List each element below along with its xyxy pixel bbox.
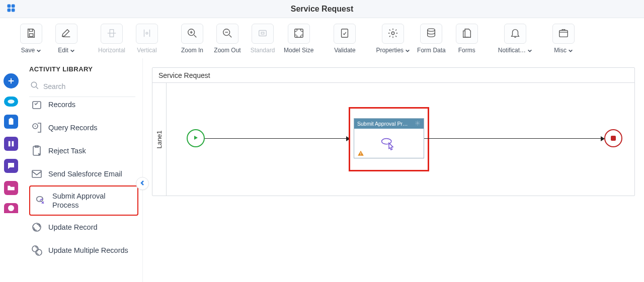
activity-item-update-record[interactable]: Update Record [29,216,137,239]
svg-rect-18 [10,118,13,120]
svg-rect-9 [259,30,267,36]
sequence-flow-2[interactable] [424,138,604,139]
save-button[interactable]: Save [15,24,47,54]
model-size-icon [293,28,304,40]
end-event-node[interactable] [604,129,622,147]
misc-button[interactable]: Misc [547,24,580,54]
gear-icon [387,28,398,40]
canvas-header[interactable]: Service Request [152,68,634,83]
rail-columns-icon[interactable] [4,137,18,151]
align-vertical-button[interactable]: Vertical [131,24,163,54]
form-data-button[interactable]: Form Data [415,24,448,54]
apps-menu-button[interactable] [0,0,22,18]
svg-rect-23 [33,102,41,109]
chevron-down-icon [568,48,573,53]
svg-rect-0 [8,5,11,8]
forms-button[interactable]: Forms [451,24,483,54]
chevron-down-icon [527,48,532,53]
notifications-button[interactable]: Notificat… [496,24,534,54]
email-icon [30,167,43,180]
svg-marker-29 [194,136,198,140]
lane-header[interactable]: Lane1 [152,83,167,196]
save-icon [26,28,37,40]
titlebar: Service Request [0,0,644,18]
svg-rect-1 [12,5,15,8]
chevron-down-icon [405,48,410,53]
start-event-node[interactable] [187,129,205,147]
activity-item-update-multiple-records[interactable]: Update Multiple Records [29,239,137,262]
svg-point-31 [382,139,391,144]
flow-lane[interactable]: Submit Approval Proc... [167,83,634,196]
zoom-in-button[interactable]: Zoom In [176,24,208,54]
svg-rect-3 [12,9,15,12]
collapse-library-button[interactable] [136,177,149,190]
edit-icon [61,28,72,40]
rail-clipboard-icon[interactable] [4,115,18,129]
folder-icon [558,28,569,40]
cursor-click-icon [381,137,397,151]
activity-search[interactable] [29,78,135,97]
rail-misc-icon[interactable] [4,203,18,213]
svg-point-6 [146,32,148,34]
submit-approval-task-node[interactable]: Submit Approval Proc... [354,118,424,158]
svg-point-13 [391,32,394,35]
model-size-button[interactable]: Model Size [282,24,315,54]
properties-button[interactable]: Properties [374,24,412,54]
activity-item-submit-approval-process[interactable]: Submit Approval Process [29,185,138,216]
forms-icon [461,28,472,40]
lane-label: Lane1 [155,130,163,148]
apps-grid-icon [6,3,16,15]
activity-item-records[interactable]: Records [29,97,137,116]
canvas-area: Service Request Lane1 Submit Approval Pr… [143,58,644,282]
svg-rect-12 [342,29,348,37]
zoom-out-button[interactable]: Zoom Out [211,24,244,54]
activity-item-reject-task[interactable]: Reject Task [29,139,137,162]
svg-rect-20 [12,141,14,147]
validate-button[interactable]: Validate [329,24,361,54]
rail-chat-icon[interactable] [4,159,18,173]
svg-point-21 [8,205,14,211]
activity-search-input[interactable] [43,82,132,90]
svg-rect-25 [32,170,41,177]
gear-icon[interactable] [415,120,421,127]
process-canvas[interactable]: Service Request Lane1 Submit Approval Pr… [152,67,635,196]
align-horizontal-icon [106,28,117,40]
search-icon [30,81,39,91]
svg-point-22 [31,82,37,87]
svg-rect-33 [360,154,361,155]
activity-item-query-records[interactable]: Query Records [29,116,137,139]
activity-library-panel: ACTIVITY LIBRARY Records Query Records R… [22,58,143,282]
validate-icon [339,28,350,40]
svg-rect-19 [9,141,11,147]
sequence-flow-1[interactable] [205,138,350,139]
chevron-down-icon [70,48,75,53]
task-title: Submit Approval Proc... [357,121,410,127]
records-icon [30,98,43,111]
activity-library-title: ACTIVITY LIBRARY [29,65,142,78]
toolbar: Save Edit Horizontal Vertical Zoom In Zo… [0,18,644,58]
stop-icon [611,136,616,141]
rail-add-button[interactable] [4,73,19,88]
svg-rect-2 [8,9,11,12]
svg-point-16 [8,100,14,104]
reject-task-icon [30,144,43,157]
svg-point-14 [428,28,435,31]
fit-standard-icon [257,28,268,40]
svg-rect-17 [9,119,14,125]
align-horizontal-button[interactable]: Horizontal [96,24,128,54]
rail-folder-icon[interactable] [4,181,18,195]
edit-button[interactable]: Edit [50,24,83,54]
zoom-in-icon [187,28,198,40]
page-title: Service Request [0,5,644,14]
bell-icon [510,28,521,40]
activity-item-send-salesforce-email[interactable]: Send Salesforce Email [29,162,137,185]
chevron-down-icon [36,48,41,53]
align-vertical-icon [141,28,152,40]
zoom-standard-button[interactable]: Standard [247,24,279,54]
svg-rect-15 [559,30,568,37]
rail-salesforce-icon[interactable] [4,97,18,107]
warning-icon [357,150,364,157]
svg-rect-11 [294,29,303,37]
svg-rect-32 [360,152,361,154]
nav-rail [0,58,22,282]
